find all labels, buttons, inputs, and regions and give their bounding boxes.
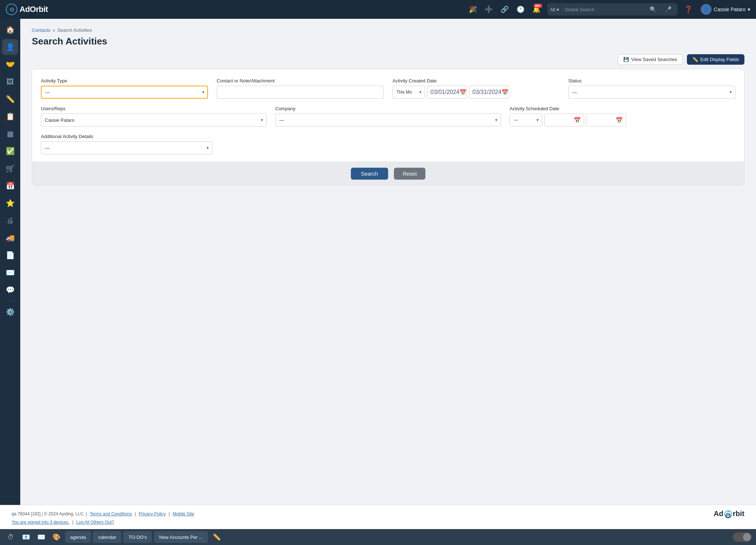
created-date-to-input[interactable]: 03/31/2024 📅 — [469, 86, 509, 99]
devices-link[interactable]: You are signed into 3 devices. — [12, 520, 69, 525]
taskbar-color-icon[interactable]: 🎨 — [50, 531, 63, 544]
global-search-input[interactable] — [565, 7, 644, 12]
sidebar-item-grid[interactable]: ▦ — [2, 126, 18, 142]
taskbar-tab-new-accounts[interactable]: New Accounts Per ... — [154, 531, 208, 543]
search-scope-selector[interactable]: All ▾ — [550, 7, 562, 12]
sidebar-item-home[interactable]: 🏠 — [2, 22, 18, 38]
mic-icon-button[interactable]: 🎤 — [662, 3, 675, 16]
logout-link[interactable]: Log All Others Out? — [76, 520, 114, 525]
breadcrumb-parent[interactable]: Contacts — [32, 27, 50, 33]
topnav-icons: 🎉 ➕ 🔗 🕐 🔔 99+ — [466, 3, 543, 16]
app-name: AdOrbit — [20, 5, 48, 14]
footer-line-1: qa 76044 [182] | © 2024 Aysling, LLC. | … — [12, 510, 744, 518]
mobile-site-link[interactable]: Mobile Site — [173, 511, 194, 516]
add-icon-button[interactable]: ➕ — [482, 3, 495, 16]
breadcrumb-sep: » — [52, 27, 55, 33]
link-icon-button[interactable]: 🔗 — [498, 3, 511, 16]
scheduled-date-preset-select[interactable]: — This Mo Last Mo Custom — [510, 113, 542, 126]
sidebar-item-deals[interactable]: 🤝 — [2, 56, 18, 72]
contact-note-label: Contact or Note/Attachment — [217, 78, 384, 83]
contact-note-input[interactable] — [217, 86, 384, 99]
taskbar-tab-calendar[interactable]: calendar — [93, 531, 121, 543]
activity-type-select[interactable]: — Call Email Meeting Note Task — [41, 86, 208, 99]
sidebar-item-support[interactable]: 💬 — [2, 282, 18, 298]
taskbar-email-icon[interactable]: 📧 — [20, 531, 33, 544]
taskbar-toggle-knob — [743, 533, 751, 541]
taskbar-tab-todos[interactable]: TO-DO's — [123, 531, 152, 543]
created-date-preset-wrapper: This Mo Last Mo Custom ▾ — [392, 86, 425, 99]
toolbar: 💾 View Saved Searches ✏️ Edit Display Fi… — [32, 54, 744, 65]
sidebar-item-tasks[interactable]: ✅ — [2, 143, 18, 159]
user-menu[interactable]: 👤 Cassie Pataro ▾ — [701, 4, 750, 15]
created-date-from-input[interactable]: 03/01/2024 📅 — [427, 86, 467, 99]
users-reps-group: Users/Reps Cassie Pataro All Users ▾ — [41, 106, 267, 126]
users-reps-select-wrapper: Cassie Pataro All Users ▾ — [41, 113, 267, 126]
sidebar-item-delivery[interactable]: 🚚 — [2, 230, 18, 246]
search-form-card: Activity Type — Call Email Meeting Note … — [32, 69, 744, 186]
sidebar-item-contacts[interactable]: 👤 — [2, 39, 18, 55]
activity-type-group: Activity Type — Call Email Meeting Note … — [41, 78, 208, 99]
additional-details-select[interactable]: — — [41, 141, 212, 154]
app-logo[interactable]: ⊙ AdOrbit — [6, 4, 48, 15]
activity-scheduled-date-range: — This Mo Last Mo Custom ▾ 📅 — [510, 113, 735, 126]
history-icon-button[interactable]: 🕐 — [514, 3, 527, 16]
scheduled-date-from-input[interactable]: 📅 — [544, 113, 584, 126]
sidebar-item-calendar[interactable]: 📅 — [2, 178, 18, 194]
party-icon-button[interactable]: 🎉 — [466, 3, 479, 16]
breadcrumb: Contacts » Search Activities — [32, 27, 744, 33]
activity-created-date-label: Activity Created Date — [392, 78, 560, 83]
sidebar-item-reports[interactable]: 📋 — [2, 108, 18, 124]
form-row-2: Users/Reps Cassie Pataro All Users ▾ Com… — [41, 106, 735, 126]
calendar-icon: 📅 — [574, 117, 581, 124]
calendar-icon: 📅 — [616, 117, 623, 124]
search-icon-button[interactable]: 🔍 — [646, 3, 659, 16]
activity-scheduled-date-group: Activity Scheduled Date — This Mo Last M… — [510, 106, 735, 126]
status-group: Status — Open Closed Pending ▾ — [568, 78, 735, 99]
view-saved-searches-button[interactable]: 💾 View Saved Searches — [618, 54, 683, 65]
reset-button[interactable]: Reset — [394, 168, 425, 180]
taskbar-pencil-icon[interactable]: ✏️ — [210, 531, 223, 544]
sidebar-item-edit[interactable]: ✏️ — [2, 91, 18, 107]
sidebar: 🏠 👤 🤝 🖼 ✏️ 📋 ▦ ✅ 🛒 📅 ⭐ 🖨 🚚 📄 ✉️ 💬 ⚙️ — [0, 19, 20, 505]
page-title: Search Activities — [32, 36, 744, 47]
search-button[interactable]: Search — [351, 168, 388, 180]
taskbar-clock-icon[interactable]: ⏱ — [4, 531, 17, 544]
company-select-wrapper: — ▾ — [275, 113, 501, 126]
sidebar-item-media[interactable]: 🖼 — [2, 74, 18, 90]
footer: qa 76044 [182] | © 2024 Aysling, LLC. | … — [0, 505, 756, 529]
calendar-icon: 📅 — [459, 89, 467, 96]
taskbar-tab-agenda[interactable]: agenda — [65, 531, 91, 543]
created-date-preset-select[interactable]: This Mo Last Mo Custom — [392, 86, 425, 99]
activity-scheduled-date-label: Activity Scheduled Date — [510, 106, 735, 111]
chevron-down-icon: ▾ — [557, 7, 559, 12]
sidebar-item-orders[interactable]: 🛒 — [2, 160, 18, 176]
edit-display-fields-button[interactable]: ✏️ Edit Display Fields — [687, 54, 744, 65]
notification-badge: 99+ — [534, 4, 542, 8]
taskbar-toggle[interactable] — [733, 532, 752, 542]
terms-link[interactable]: Terms and Conditions — [90, 511, 132, 516]
company-select[interactable]: — — [275, 113, 501, 126]
taskbar-mail-icon[interactable]: ✉️ — [35, 531, 48, 544]
main-layout: 🏠 👤 🤝 🖼 ✏️ 📋 ▦ ✅ 🛒 📅 ⭐ 🖨 🚚 📄 ✉️ 💬 ⚙️ Con… — [0, 19, 756, 505]
activity-type-select-wrapper: — Call Email Meeting Note Task ▾ — [41, 86, 208, 99]
sidebar-item-print[interactable]: 🖨 — [2, 213, 18, 228]
sidebar-item-mail[interactable]: ✉️ — [2, 265, 18, 280]
additional-details-label: Additional Activity Details — [41, 134, 212, 139]
sidebar-item-settings[interactable]: ⚙️ — [2, 304, 18, 320]
breadcrumb-current: Search Activities — [58, 27, 92, 33]
footer-line-2: You are signed into 3 devices. | Log All… — [12, 520, 744, 525]
notifications-icon-button[interactable]: 🔔 99+ — [530, 3, 543, 16]
footer-copy: qa 76044 [182] | © 2024 Aysling, LLC. | — [12, 511, 87, 516]
sidebar-item-documents[interactable]: 📄 — [2, 247, 18, 263]
content-area: Contacts » Search Activities Search Acti… — [20, 19, 756, 505]
activity-created-date-group: Activity Created Date This Mo Last Mo Cu… — [392, 78, 560, 99]
global-search-bar: All ▾ 🔍 🎤 — [547, 3, 678, 16]
scheduled-date-preset-wrapper: — This Mo Last Mo Custom ▾ — [510, 113, 542, 126]
status-select[interactable]: — Open Closed Pending — [568, 86, 735, 99]
logo-icon: ⊙ — [6, 4, 17, 15]
users-reps-select[interactable]: Cassie Pataro All Users — [41, 113, 267, 126]
scheduled-date-to-input[interactable]: 📅 — [586, 113, 626, 126]
privacy-link[interactable]: Privacy Policy — [139, 511, 166, 516]
sidebar-item-favorites[interactable]: ⭐ — [2, 195, 18, 211]
help-icon-button[interactable]: ❓ — [682, 3, 695, 16]
